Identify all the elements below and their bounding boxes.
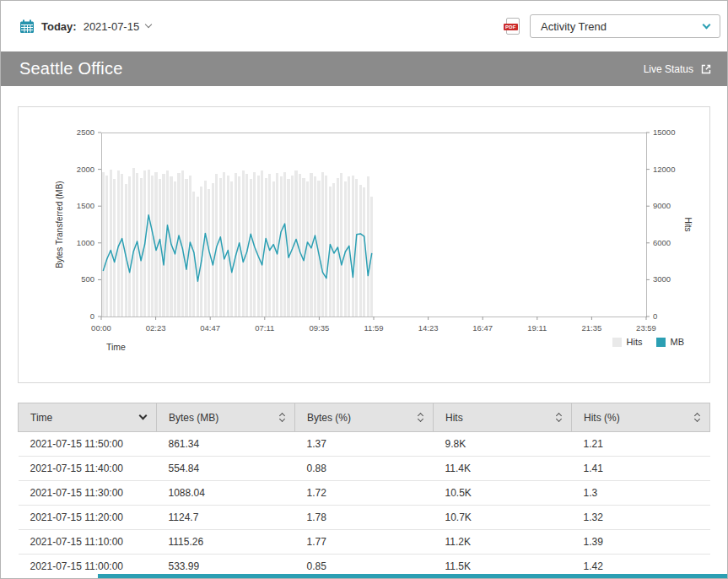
mb-legend-swatch	[656, 338, 666, 347]
column-header-bytes-pct[interactable]: Bytes (%)	[295, 403, 434, 432]
page: Today: 2021-07-15 PDF Activity Trend Sea…	[0, 0, 728, 579]
table-row[interactable]: 2021-07-15 11:20:001124.71.7810.7K1.32	[19, 506, 710, 530]
svg-text:07:11: 07:11	[255, 323, 274, 333]
table-cell: 1.3	[572, 481, 710, 506]
top-bar: Today: 2021-07-15 PDF Activity Trend	[1, 1, 727, 51]
table-cell: 0.88	[295, 457, 434, 481]
svg-text:1500: 1500	[77, 201, 94, 210]
column-header-hits-pct[interactable]: Hits (%)	[572, 403, 710, 432]
table-cell: 1.32	[572, 506, 710, 530]
table-cell: 10.5K	[434, 481, 572, 506]
svg-text:Hits: Hits	[683, 217, 693, 231]
live-status-label: Live Status	[644, 63, 693, 75]
activity-table: Time Bytes (MB) Bytes (%)	[18, 403, 710, 579]
hits-legend-label: Hits	[627, 337, 643, 347]
table-cell: 2021-07-15 11:30:00	[19, 481, 157, 506]
sort-icon	[695, 414, 699, 421]
table-cell: 1088.04	[157, 481, 295, 506]
legend-item-mb: MB	[656, 337, 685, 347]
sort-icon	[418, 414, 423, 421]
page-title: Seattle Office	[19, 59, 644, 78]
table-cell: 554.84	[157, 457, 295, 481]
svg-text:04:47: 04:47	[200, 323, 220, 333]
table-cell: 1.77	[295, 530, 434, 555]
pdf-label: PDF	[504, 24, 518, 30]
svg-text:3000: 3000	[653, 274, 671, 284]
svg-text:16:47: 16:47	[472, 323, 493, 333]
table-cell: 11.4K	[434, 457, 572, 481]
column-label: Bytes (MB)	[169, 412, 218, 424]
svg-text:00:00: 00:00	[91, 323, 111, 333]
report-select-value: Activity Trend	[541, 20, 607, 33]
table-cell: 9.8K	[434, 432, 572, 457]
column-label: Hits	[445, 412, 463, 424]
chevron-down-icon	[145, 21, 152, 28]
sort-icon	[557, 414, 561, 421]
legend-item-hits: Hits	[612, 337, 643, 347]
svg-text:23:59: 23:59	[636, 323, 656, 333]
pdf-export-icon[interactable]: PDF	[506, 18, 520, 35]
date-value: 2021-07-15	[84, 20, 140, 33]
table-cell: 1.72	[295, 481, 434, 506]
live-status-link[interactable]: Live Status	[644, 63, 712, 75]
svg-text:Time: Time	[106, 342, 126, 352]
table-row[interactable]: 2021-07-15 11:30:001088.041.7210.5K1.3	[19, 481, 710, 506]
svg-text:2500: 2500	[77, 127, 94, 137]
table-cell: 2021-07-15 11:50:00	[19, 432, 157, 457]
activity-trend-chart: 0500100015002000250003000600090001200015…	[20, 121, 695, 365]
chart-legend: Hits MB	[612, 337, 684, 347]
svg-text:Bytes Transferred (MB): Bytes Transferred (MB)	[55, 181, 64, 268]
svg-text:11:59: 11:59	[364, 323, 383, 333]
date-label: Today:	[41, 20, 77, 33]
svg-text:2000: 2000	[77, 165, 94, 174]
mb-legend-label: MB	[671, 337, 685, 347]
table-row[interactable]: 2021-07-15 11:50:00861.341.379.8K1.21	[19, 432, 710, 457]
title-bar: Seattle Office Live Status	[1, 51, 727, 86]
table-cell: 11.2K	[434, 530, 572, 555]
content: 0500100015002000250003000600090001200015…	[1, 86, 727, 579]
table-cell: 1.21	[572, 432, 710, 457]
report-type-select[interactable]: Activity Trend	[530, 14, 720, 38]
partial-bottom-element	[98, 574, 727, 578]
svg-text:1000: 1000	[77, 238, 94, 247]
svg-text:0: 0	[90, 311, 94, 321]
table-cell: 1.41	[572, 457, 710, 481]
table-cell: 2021-07-15 11:10:00	[19, 530, 157, 555]
column-header-time[interactable]: Time	[19, 403, 157, 432]
svg-text:09:35: 09:35	[310, 323, 330, 333]
table-header-row: Time Bytes (MB) Bytes (%)	[19, 403, 710, 432]
table-cell: 2021-07-15 11:20:00	[19, 506, 157, 530]
table-cell: 1115.26	[157, 530, 295, 555]
svg-text:12000: 12000	[653, 165, 675, 174]
column-label: Bytes (%)	[307, 412, 351, 424]
svg-text:500: 500	[81, 274, 94, 284]
table-cell: 1124.7	[157, 506, 295, 530]
svg-text:19:11: 19:11	[527, 323, 547, 333]
column-label: Hits (%)	[584, 412, 620, 424]
hits-legend-swatch	[612, 338, 622, 347]
chevron-down-icon	[703, 20, 711, 29]
sort-desc-icon	[139, 412, 148, 420]
svg-text:21:35: 21:35	[582, 323, 602, 333]
svg-text:6000: 6000	[653, 238, 671, 247]
table-row[interactable]: 2021-07-15 11:10:001115.261.7711.2K1.39	[19, 530, 710, 555]
external-link-icon	[700, 63, 712, 75]
column-header-hits[interactable]: Hits	[434, 403, 572, 432]
svg-text:9000: 9000	[653, 201, 671, 210]
table-cell: 1.37	[295, 432, 434, 457]
column-label: Time	[30, 412, 52, 424]
sort-icon	[280, 414, 284, 421]
svg-text:14:23: 14:23	[418, 323, 439, 333]
table-cell: 861.34	[157, 432, 295, 457]
table-row[interactable]: 2021-07-15 11:40:00554.840.8811.4K1.41	[19, 457, 710, 481]
date-picker[interactable]: Today: 2021-07-15	[19, 19, 151, 34]
svg-text:0: 0	[653, 311, 657, 321]
chart-panel: 0500100015002000250003000600090001200015…	[18, 106, 710, 383]
column-header-bytes-mb[interactable]: Bytes (MB)	[157, 403, 295, 432]
table-cell: 1.39	[572, 530, 710, 555]
svg-text:02:23: 02:23	[146, 323, 166, 333]
table-cell: 1.78	[295, 506, 434, 530]
calendar-icon	[19, 19, 35, 34]
table-cell: 10.7K	[434, 506, 572, 530]
table-cell: 2021-07-15 11:40:00	[19, 457, 157, 481]
